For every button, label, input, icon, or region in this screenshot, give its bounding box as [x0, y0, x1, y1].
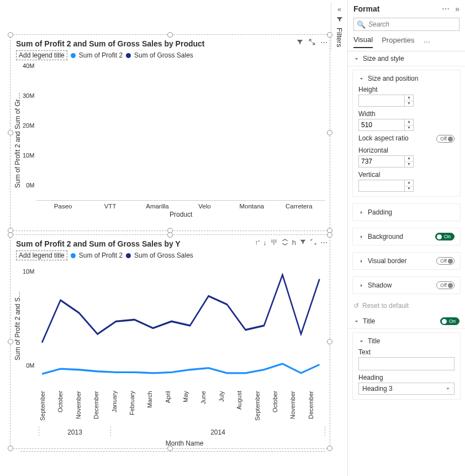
selection-baseline: [20, 451, 325, 452]
resize-handle[interactable]: [8, 446, 13, 451]
expand-left-icon[interactable]: «: [337, 6, 341, 13]
reset-to-default[interactable]: ↺ Reset to default: [348, 297, 465, 314]
card-visual-border[interactable]: Visual border: [352, 252, 461, 270]
title-toggle[interactable]: [440, 317, 459, 325]
x-month-label: October: [57, 391, 75, 426]
filter-icon[interactable]: [296, 38, 304, 48]
focus-mode-icon[interactable]: [310, 238, 317, 248]
expand-title[interactable]: Title: [358, 337, 455, 345]
shadow-toggle[interactable]: [436, 281, 455, 289]
horizontal-spinner[interactable]: ▲▼: [405, 155, 414, 168]
bar-chart-visual[interactable]: Sum of Profit 2 and Sum of Gross Sales b…: [10, 34, 330, 231]
height-spinner[interactable]: ▲▼: [405, 95, 414, 107]
y-axis-ticks: 40M 40M 30M 20M 10M 0M: [22, 62, 36, 189]
heading-select[interactable]: Heading 3: [358, 383, 455, 395]
x-month-label: January: [111, 391, 129, 426]
width-spinner[interactable]: ▲▼: [405, 119, 414, 131]
width-input[interactable]: [358, 119, 405, 131]
x-month-label: April: [165, 391, 182, 426]
resize-handle[interactable]: [8, 130, 13, 135]
horizontal-label: Horizontal: [358, 147, 455, 154]
filter-icon: [336, 15, 344, 23]
x-month-label: September: [254, 391, 272, 426]
resize-handle[interactable]: [167, 446, 173, 451]
resize-handle[interactable]: [8, 32, 13, 38]
search-input[interactable]: [353, 18, 459, 31]
panel-header: Format ⋯ »: [348, 0, 465, 17]
section-size-style[interactable]: Size and style: [348, 51, 465, 66]
resize-handle[interactable]: [167, 232, 173, 238]
ytick: 0M: [23, 362, 34, 369]
report-canvas[interactable]: « Filters Sum of Profit 2 and Sum of Gro…: [0, 0, 347, 476]
line-series[interactable]: [42, 364, 319, 374]
legend-label-a: Sum of Profit 2: [79, 51, 123, 59]
x-month-label: December: [93, 391, 110, 426]
height-input[interactable]: [358, 95, 405, 107]
tab-more[interactable]: …: [423, 36, 430, 48]
text-label: Text: [358, 348, 455, 356]
reset-label: Reset to default: [362, 302, 409, 310]
line-plot: [36, 263, 325, 389]
expand-all-icon[interactable]: [281, 238, 289, 248]
format-search[interactable]: 🔍: [353, 18, 459, 31]
resize-handle[interactable]: [8, 339, 13, 344]
year-groups: 20132014: [10, 426, 330, 436]
more-options-icon[interactable]: ⋯: [320, 238, 327, 248]
card-shadow[interactable]: Shadow: [352, 276, 461, 294]
focus-mode-icon[interactable]: [308, 38, 316, 48]
resize-handle[interactable]: [327, 446, 332, 451]
resize-handle[interactable]: [327, 130, 332, 135]
card-background[interactable]: Background: [352, 228, 461, 245]
resize-handle[interactable]: [327, 232, 332, 238]
title-text-input[interactable]: [358, 357, 455, 370]
filters-label: Filters: [335, 25, 344, 47]
resize-handle[interactable]: [8, 232, 13, 238]
legend-title-placeholder[interactable]: Add legend title: [16, 50, 67, 60]
horizontal-input[interactable]: [358, 155, 405, 168]
x-category-label: Velo: [186, 203, 223, 210]
label: Title: [363, 317, 375, 325]
resize-handle[interactable]: [167, 32, 173, 38]
visual-border-toggle[interactable]: [436, 257, 455, 265]
x-month-label: November: [75, 391, 93, 426]
vertical-input[interactable]: [358, 180, 405, 192]
hierarchy-icon[interactable]: h: [292, 238, 296, 248]
tab-properties[interactable]: Properties: [382, 36, 414, 48]
ytick: 10M: [23, 152, 34, 159]
panel-more-icon[interactable]: ⋯: [442, 4, 450, 13]
legend-swatch-b: [126, 53, 131, 58]
legend-swatch-a: [71, 253, 76, 258]
legend-title-placeholder[interactable]: Add legend title: [16, 250, 67, 260]
expand-size-position[interactable]: Size and position: [358, 75, 455, 82]
lock-aspect-toggle[interactable]: [436, 135, 455, 143]
label: Background: [368, 233, 403, 240]
label: Visual border: [368, 257, 407, 265]
card-padding[interactable]: Padding: [352, 203, 461, 221]
label: Shadow: [368, 281, 392, 289]
drill-down-icon[interactable]: ↓: [263, 238, 267, 248]
filter-icon[interactable]: [299, 238, 307, 248]
resize-handle[interactable]: [327, 32, 332, 38]
vertical-spinner[interactable]: ▲▼: [405, 180, 414, 192]
filters-pane-collapsed[interactable]: « Filters: [331, 2, 347, 50]
panel-expand-icon[interactable]: »: [455, 4, 459, 13]
format-panel: Format ⋯ » 🔍 Visual Properties … Size an…: [347, 0, 465, 476]
x-category-label: Carretera: [281, 203, 318, 210]
background-toggle[interactable]: [435, 233, 455, 240]
panel-title: Format: [353, 4, 379, 13]
label: Size and position: [368, 75, 418, 82]
drill-up-icon[interactable]: ↑•: [255, 238, 260, 248]
line-chart-visual[interactable]: Sum of Profit 2 and Sum of Gross Sales b…: [10, 234, 330, 449]
y-axis-label: Sum of Profit 2 and S…: [14, 263, 22, 389]
resize-handle[interactable]: [327, 339, 332, 344]
more-options-icon[interactable]: ⋯: [320, 38, 327, 48]
ytick: 40M: [23, 62, 34, 69]
legend-label-b: Sum of Gross Sales: [134, 51, 193, 59]
y-axis-ticks: 10M 0M: [22, 263, 36, 389]
section-title[interactable]: Title: [348, 314, 465, 329]
tab-visual[interactable]: Visual: [353, 35, 373, 48]
x-category-label: Montana: [233, 203, 270, 210]
line-series[interactable]: [42, 275, 319, 343]
ytick: 30M: [23, 92, 34, 99]
expand-down-icon[interactable]: [270, 238, 278, 248]
